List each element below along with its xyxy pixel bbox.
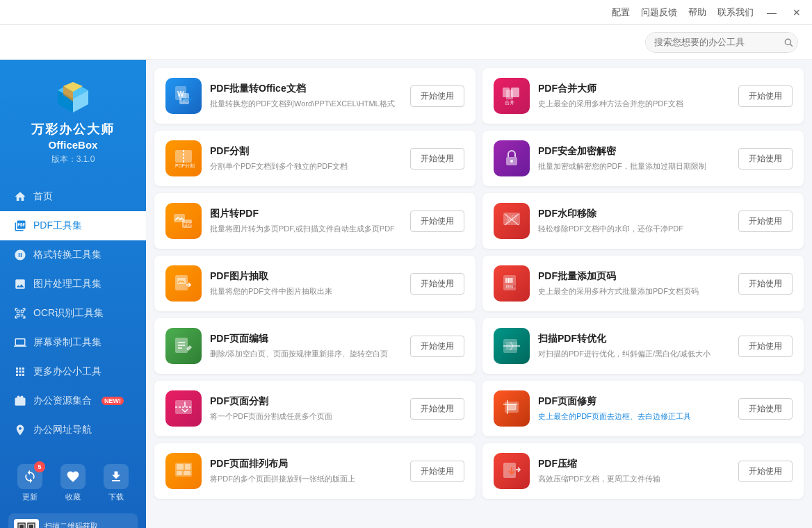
tool-btn-pdf-split[interactable]: 开始使用 bbox=[410, 148, 464, 170]
svg-rect-25 bbox=[511, 88, 519, 97]
download-action[interactable]: 下载 bbox=[104, 464, 129, 502]
tool-info-pdf-encrypt: PDF安全加密解密 批量加密或解密您的PDF，批量添加过期日期限制 bbox=[538, 145, 730, 172]
title-bar: 配置 问题反馈 帮助 联系我们 — ✕ bbox=[0, 0, 812, 25]
tool-desc-pdf-barcode: 史上最全的采用多种方式批量添加PDF文档页码 bbox=[538, 286, 730, 297]
nav-icon-format bbox=[14, 249, 26, 261]
tool-icon-pdf-page-split bbox=[165, 390, 202, 427]
svg-line-1 bbox=[790, 44, 793, 46]
svg-text:123456: 123456 bbox=[507, 285, 518, 288]
tool-desc-pdf-page-split: 将一个PDF页面分割成任意多个页面 bbox=[210, 411, 402, 422]
tool-icon-pdf-compress bbox=[494, 453, 530, 489]
sidebar-item-pdf[interactable]: PDF工具集 bbox=[0, 211, 146, 240]
feedback-link[interactable]: 问题反馈 bbox=[641, 6, 677, 19]
tool-btn-pdf-crop[interactable]: 开始使用 bbox=[738, 398, 793, 420]
close-button[interactable]: ✕ bbox=[790, 6, 804, 19]
nav-label-image: 图片处理工具集 bbox=[33, 278, 102, 290]
search-input[interactable] bbox=[646, 33, 779, 52]
logo-version: 版本：3.1.0 bbox=[51, 154, 95, 165]
sidebar-item-image[interactable]: 图片处理工具集 bbox=[0, 270, 146, 299]
tools-grid: WPDF PDF批量转Office文档 批量转换您的PDF文档到Word\PPT… bbox=[154, 68, 804, 499]
new-badge: NEW! bbox=[102, 397, 124, 405]
update-action[interactable]: 更新 5 bbox=[17, 464, 42, 502]
tool-info-pdf-split: PDF分割 分割单个PDF文档到多个独立的PDF文档 bbox=[210, 145, 402, 172]
logo-icon bbox=[54, 76, 92, 115]
sidebar-item-more[interactable]: 更多办公小工具 bbox=[0, 357, 146, 386]
minimize-button[interactable]: — bbox=[765, 6, 779, 19]
sidebar-item-ocr[interactable]: OCR识别工具集 bbox=[0, 299, 146, 328]
tool-desc-pdf-page-edit: 删除/添加空白页、页面按规律重新排序、旋转空白页 bbox=[210, 348, 402, 360]
tool-name-pdf-page-split: PDF页面分割 bbox=[210, 395, 402, 408]
tool-name-scan-optimize: 扫描PDF转优化 bbox=[538, 333, 730, 345]
nav-label-screen: 屏幕录制工具集 bbox=[33, 336, 102, 349]
sidebar-item-screen[interactable]: 屏幕录制工具集 bbox=[0, 328, 146, 357]
tool-btn-pdf-page-split[interactable]: 开始使用 bbox=[410, 398, 464, 420]
tool-btn-pdf-layout[interactable]: 开始使用 bbox=[410, 461, 464, 482]
download-label: 下载 bbox=[108, 492, 124, 502]
tool-btn-pdf-barcode[interactable]: 开始使用 bbox=[738, 273, 793, 295]
favorites-icon bbox=[60, 464, 86, 489]
tool-btn-pdf-encrypt[interactable]: 开始使用 bbox=[738, 148, 793, 170]
sidebar-item-nav[interactable]: 办公网址导航 bbox=[0, 415, 146, 445]
tool-desc-pdf-merge: 史上最全的采用多种方法合并您的PDF文档 bbox=[538, 98, 730, 110]
svg-text:PDF分割: PDF分割 bbox=[175, 163, 195, 168]
tool-card-pdf-watermark: 水印 PDF水印移除 轻松移除PDF文档中的水印，还你干净PDF 开始使用 bbox=[482, 193, 804, 249]
contact-link[interactable]: 联系我们 bbox=[717, 6, 754, 19]
favorites-action[interactable]: 收藏 bbox=[60, 464, 86, 502]
svg-rect-63 bbox=[177, 471, 182, 475]
tool-icon-pdf-to-office: WPDF bbox=[165, 78, 202, 114]
tool-name-pdf-encrypt: PDF安全加密解密 bbox=[538, 145, 730, 158]
svg-text:合并: 合并 bbox=[505, 100, 514, 105]
search-button[interactable] bbox=[779, 33, 797, 52]
content-area: WPDF PDF批量转Office文档 批量转换您的PDF文档到Word\PPT… bbox=[146, 60, 812, 528]
svg-point-0 bbox=[785, 39, 790, 44]
sidebar-item-format[interactable]: 格式转换工具集 bbox=[0, 240, 146, 270]
nav-label-format: 格式转换工具集 bbox=[33, 249, 102, 261]
search-box bbox=[645, 32, 798, 53]
svg-text:PDF: PDF bbox=[181, 97, 193, 103]
bottom-actions: 更新 5 收藏 下载 bbox=[8, 459, 138, 508]
svg-rect-61 bbox=[177, 464, 184, 470]
logo-subtitle: OfficeBox bbox=[49, 139, 98, 151]
tool-card-pdf-to-office: WPDF PDF批量转Office文档 批量转换您的PDF文档到Word\PPT… bbox=[154, 68, 476, 124]
update-label: 更新 bbox=[22, 492, 38, 502]
tool-btn-scan-optimize[interactable]: 开始使用 bbox=[738, 336, 793, 357]
tool-btn-pdf-watermark[interactable]: 开始使用 bbox=[738, 211, 793, 232]
nav-label-more: 更多办公小工具 bbox=[33, 365, 102, 378]
tool-info-pdf-merge: PDF合并大师 史上最全的采用多种方法合并您的PDF文档 bbox=[538, 83, 730, 110]
tool-name-img-to-pdf: 图片转PDF bbox=[210, 208, 402, 220]
tool-btn-pdf-page-edit[interactable]: 开始使用 bbox=[410, 336, 464, 357]
tool-info-pdf-crop: PDF页面修剪 史上最全的PDF页面去边框、去白边修正工具 bbox=[538, 395, 730, 422]
svg-rect-64 bbox=[184, 471, 190, 475]
sidebar-item-home[interactable]: 首页 bbox=[0, 182, 146, 211]
sidebar: 万彩办公大师 OfficeBox 版本：3.1.0 首页 PDF工具集 格式转换… bbox=[0, 60, 146, 528]
tool-btn-pdf-compress[interactable]: 开始使用 bbox=[738, 461, 793, 482]
qr-text: 扫描二维码获取 更多免费升级信息 bbox=[44, 521, 106, 528]
tool-name-pdf-crop: PDF页面修剪 bbox=[538, 395, 730, 408]
nav-label-nav: 办公网址导航 bbox=[33, 424, 92, 436]
help-link[interactable]: 帮助 bbox=[688, 6, 706, 19]
tool-desc-pdf-encrypt: 批量加密或解密您的PDF，批量添加过期日期限制 bbox=[538, 160, 730, 172]
config-link[interactable]: 配置 bbox=[612, 6, 630, 19]
tool-btn-pdf-merge[interactable]: 开始使用 bbox=[738, 85, 793, 107]
tool-icon-pdf-crop bbox=[494, 390, 530, 427]
tool-desc-pdf-crop: 史上最全的PDF页面去边框、去白边修正工具 bbox=[538, 411, 730, 422]
tool-btn-pdf-img-extract[interactable]: 开始使用 bbox=[410, 273, 464, 295]
nav-icon-image bbox=[14, 278, 26, 290]
tool-name-pdf-page-edit: PDF页面编辑 bbox=[210, 333, 402, 345]
sidebar-item-resources[interactable]: 办公资源集合 NEW! bbox=[0, 386, 146, 415]
sidebar-bottom: 更新 5 收藏 下载 bbox=[0, 450, 146, 528]
nav-icon-home bbox=[14, 190, 26, 203]
tool-info-img-to-pdf: 图片转PDF 批量将图片转为多页PDF,或扫描文件自动生成多页PDF bbox=[210, 208, 402, 235]
main-layout: 万彩办公大师 OfficeBox 版本：3.1.0 首页 PDF工具集 格式转换… bbox=[0, 60, 812, 528]
tool-btn-img-to-pdf[interactable]: 开始使用 bbox=[410, 211, 464, 232]
svg-rect-62 bbox=[185, 464, 190, 470]
tool-desc-pdf-img-extract: 批量将您的PDF文件中图片抽取出来 bbox=[210, 286, 402, 297]
qr-section[interactable]: 扫描二维码获取 更多免费升级信息 bbox=[8, 513, 138, 528]
tool-desc-pdf-to-office: 批量转换您的PDF文档到Word\PPT\EXCEL\HTML格式 bbox=[210, 98, 402, 110]
nav-icon-screen bbox=[14, 336, 26, 349]
tool-card-pdf-page-split: PDF页面分割 将一个PDF页面分割成任意多个页面 开始使用 bbox=[154, 381, 476, 436]
tool-btn-pdf-to-office[interactable]: 开始使用 bbox=[410, 85, 464, 107]
search-bar bbox=[0, 25, 812, 60]
tool-info-pdf-barcode: PDF批量添加页码 史上最全的采用多种方式批量添加PDF文档页码 bbox=[538, 270, 730, 297]
tool-name-pdf-img-extract: PDF图片抽取 bbox=[210, 270, 402, 283]
